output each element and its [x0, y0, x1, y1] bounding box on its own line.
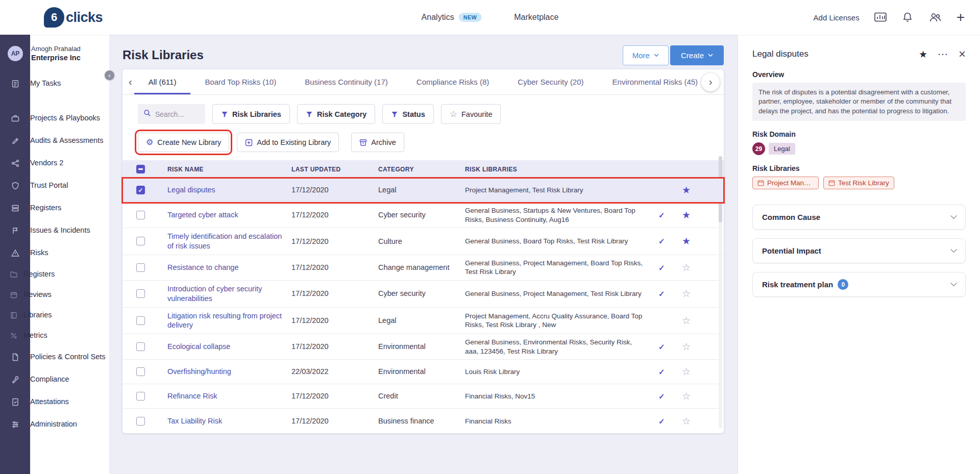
- add-to-existing-library-button[interactable]: Add to Existing Library: [237, 133, 339, 152]
- sidebar-item-registers[interactable]: Registers: [0, 197, 109, 219]
- risk-name-link[interactable]: Introduction of cyber security vulnerabi…: [167, 284, 291, 304]
- sidebar-item-risks[interactable]: Risks: [0, 242, 109, 264]
- main-content: Risk Libraries More Create ‹ All (611) B…: [109, 35, 738, 474]
- sidebar-subitem-metrics[interactable]: Metrics: [0, 326, 109, 346]
- risk-name-link[interactable]: Tax Liability Risk: [167, 416, 291, 426]
- row-checkbox[interactable]: [136, 392, 145, 401]
- add-licenses-button[interactable]: Add Licenses: [814, 13, 860, 22]
- analytics-dashboard-icon[interactable]: [874, 11, 887, 23]
- global-add-icon[interactable]: +: [957, 10, 965, 24]
- sidebar-collapse-button[interactable]: ‹: [105, 70, 114, 80]
- create-button[interactable]: Create: [670, 45, 724, 65]
- row-checkbox[interactable]: [136, 237, 145, 245]
- row-checkbox[interactable]: [136, 367, 145, 376]
- favourite-star-icon[interactable]: ☆: [680, 416, 724, 426]
- favourite-star-icon[interactable]: ★: [680, 210, 724, 220]
- risk-name-link[interactable]: Resistance to change: [167, 263, 291, 272]
- library-chip[interactable]: Project Manag...: [752, 177, 819, 189]
- status-filter-button[interactable]: Status: [382, 104, 433, 124]
- risk-treatment-plan-accordion[interactable]: Risk treatment plan 0: [752, 272, 966, 297]
- sidebar-item-my-tasks[interactable]: My Tasks: [0, 72, 109, 95]
- favourite-star-icon[interactable]: ☆: [680, 289, 724, 298]
- table-row[interactable]: Targeted cyber attack 17/12/2020 Cyber s…: [122, 203, 724, 228]
- favourite-star-icon[interactable]: ☆: [680, 391, 724, 401]
- tab-business-continuity[interactable]: Business Continuity (17): [290, 69, 402, 94]
- sidebar-subitem-libraries[interactable]: Libraries: [0, 305, 109, 326]
- potential-impact-accordion[interactable]: Potential Impact: [752, 238, 966, 263]
- tab-all[interactable]: All (611): [134, 69, 191, 94]
- notifications-bell-icon[interactable]: [901, 11, 914, 23]
- tab-cyber-security[interactable]: Cyber Security (20): [503, 69, 598, 94]
- sidebar-item-projects-playbooks[interactable]: Projects & Playbooks: [0, 107, 109, 130]
- risk-name-link[interactable]: Timely identification and escalation of …: [167, 232, 291, 251]
- row-checkbox[interactable]: [136, 186, 145, 194]
- favourite-star-icon[interactable]: ☆: [680, 342, 724, 352]
- col-risk-libraries: RISK LIBRARIES: [465, 166, 658, 173]
- tab-board-top-risks[interactable]: Board Top Risks (10): [190, 69, 290, 94]
- libraries-cell: Project Management, Accru Quality Assura…: [465, 312, 658, 330]
- logo-link[interactable]: 6 clicks: [44, 7, 103, 28]
- risk-name-link[interactable]: Legal disputes: [167, 185, 291, 195]
- table-row[interactable]: Ecological collapse 17/12/2020 Environme…: [122, 334, 724, 360]
- select-all-checkbox[interactable]: [136, 165, 145, 173]
- table-row[interactable]: Overfishing/hunting 22/03/2022 Environme…: [122, 360, 724, 384]
- risk-domain-label: Risk Domain: [752, 130, 966, 138]
- archive-button[interactable]: Archive: [351, 133, 404, 152]
- favourite-star-icon[interactable]: ☆: [680, 263, 724, 272]
- more-options-icon[interactable]: ⋯: [938, 49, 948, 59]
- row-checkbox[interactable]: [136, 211, 145, 219]
- risk-category-filter-button[interactable]: Risk Category: [297, 104, 376, 124]
- users-icon[interactable]: [928, 11, 942, 23]
- tabs-scroll-left-icon[interactable]: ‹: [129, 76, 132, 88]
- favourite-star-icon[interactable]: ★: [680, 236, 724, 246]
- sidebar-item-audits-assessments[interactable]: Audits & Assessments: [0, 130, 109, 152]
- sidebar-subitem-reviews[interactable]: Reviews: [0, 285, 109, 305]
- risk-name-link[interactable]: Targeted cyber attack: [167, 210, 291, 220]
- table-row[interactable]: Litigation risk resulting from project d…: [122, 308, 724, 335]
- risk-name-link[interactable]: Ecological collapse: [167, 342, 291, 352]
- close-icon[interactable]: ×: [959, 48, 966, 60]
- table-row[interactable]: Resistance to change 17/12/2020 Change m…: [122, 255, 724, 281]
- sidebar-item-trust-portal[interactable]: Trust Portal: [0, 174, 109, 197]
- sidebar-item-attestations[interactable]: Attestations: [0, 391, 109, 413]
- sidebar-item-administration[interactable]: Administration: [0, 413, 109, 436]
- nav-analytics[interactable]: Analytics NEW: [422, 13, 482, 22]
- table-row[interactable]: Legal disputes 17/12/2020 Legal Project …: [122, 178, 724, 203]
- favourite-star-icon[interactable]: ★: [680, 185, 724, 195]
- risk-name-link[interactable]: Overfishing/hunting: [167, 367, 291, 377]
- table-row[interactable]: Tax Liability Risk 17/12/2020 Business f…: [122, 409, 724, 433]
- sidebar-subitem-registers[interactable]: Registers: [0, 264, 109, 285]
- row-checkbox[interactable]: [136, 263, 145, 272]
- tab-environmental-risks[interactable]: Environmental Risks (45): [598, 69, 701, 94]
- tab-compliance-risks[interactable]: Compliance Risks (8): [402, 69, 504, 94]
- table-row[interactable]: Introduction of cyber security vulnerabi…: [122, 281, 724, 308]
- nav-marketplace[interactable]: Marketplace: [514, 13, 558, 22]
- table-row[interactable]: Refinance Risk 17/12/2020 Credit Financi…: [122, 384, 724, 409]
- library-chip[interactable]: Test Risk Library: [823, 177, 894, 189]
- sidebar-item-policies-control-sets[interactable]: Policies & Control Sets: [0, 346, 109, 368]
- favourite-filter-button[interactable]: ☆ Favourite: [441, 104, 501, 124]
- detail-panel: Legal disputes ★ ⋯ × Overview The risk o…: [738, 35, 980, 474]
- create-new-library-button[interactable]: ⚙ Create New Library: [138, 133, 229, 152]
- risk-name-link[interactable]: Refinance Risk: [167, 391, 291, 401]
- favourite-star-icon[interactable]: ★: [919, 49, 927, 59]
- sidebar-item-issues-incidents[interactable]: Issues & Incidents: [0, 219, 109, 242]
- row-checkbox[interactable]: [136, 289, 145, 298]
- row-checkbox[interactable]: [136, 417, 145, 426]
- last-updated-cell: 17/12/2020: [291, 391, 378, 401]
- tabs-scroll-right-icon[interactable]: ›: [701, 73, 720, 91]
- sidebar-item-compliance[interactable]: Compliance: [0, 368, 109, 391]
- table-row[interactable]: Timely identification and escalation of …: [122, 228, 724, 255]
- user-profile[interactable]: AP Amogh Prahalad Enterprise Inc: [0, 35, 109, 72]
- favourite-star-icon[interactable]: ☆: [680, 316, 724, 326]
- favourite-star-icon[interactable]: ☆: [680, 367, 724, 377]
- more-button[interactable]: More: [623, 45, 669, 65]
- search-box[interactable]: [138, 104, 205, 124]
- row-checkbox[interactable]: [136, 342, 145, 351]
- risk-libraries-filter-button[interactable]: Risk Libraries: [212, 104, 290, 124]
- common-cause-accordion[interactable]: Common Cause: [752, 205, 966, 230]
- search-input[interactable]: [155, 110, 200, 118]
- sidebar-item-vendors[interactable]: Vendors 2: [0, 152, 109, 174]
- row-checkbox[interactable]: [136, 316, 145, 325]
- risk-name-link[interactable]: Litigation risk resulting from project d…: [167, 311, 291, 331]
